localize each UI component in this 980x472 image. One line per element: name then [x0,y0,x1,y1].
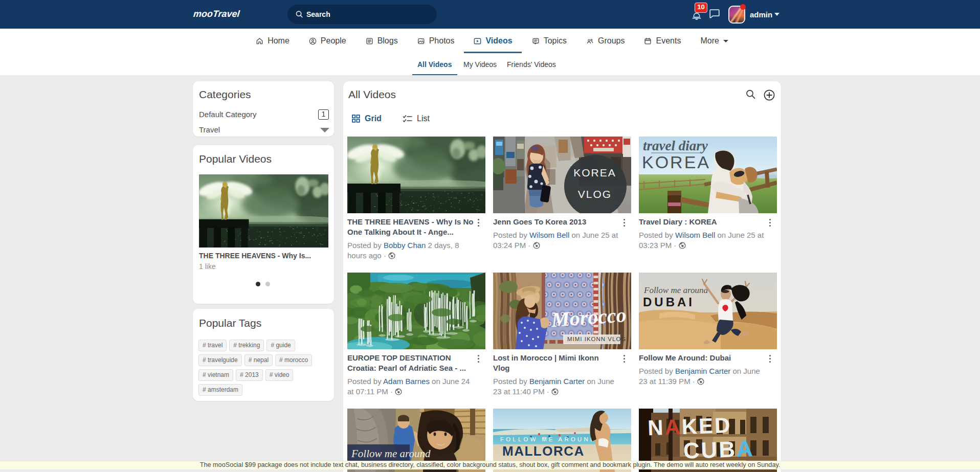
svg-text:KOREA: KOREA [642,152,710,172]
svg-text:MIMI IKONN VLOG: MIMI IKONN VLOG [567,336,626,342]
svg-text:DUBAI: DUBAI [643,295,695,309]
svg-text:KOREA: KOREA [573,167,616,178]
svg-text:VLOG: VLOG [578,188,612,200]
svg-text:CUBA: CUBA [683,436,755,463]
svg-text:MALLORCA: MALLORCA [502,443,585,459]
svg-text:NAKED: NAKED [647,413,732,440]
svg-text:Follow me around: Follow me around [351,447,431,460]
svg-text:travel diary: travel diary [643,138,708,153]
svg-text:Follow me around: Follow me around [643,285,708,295]
svg-text:FOLLOW ME AROUND: FOLLOW ME AROUND [500,436,597,442]
